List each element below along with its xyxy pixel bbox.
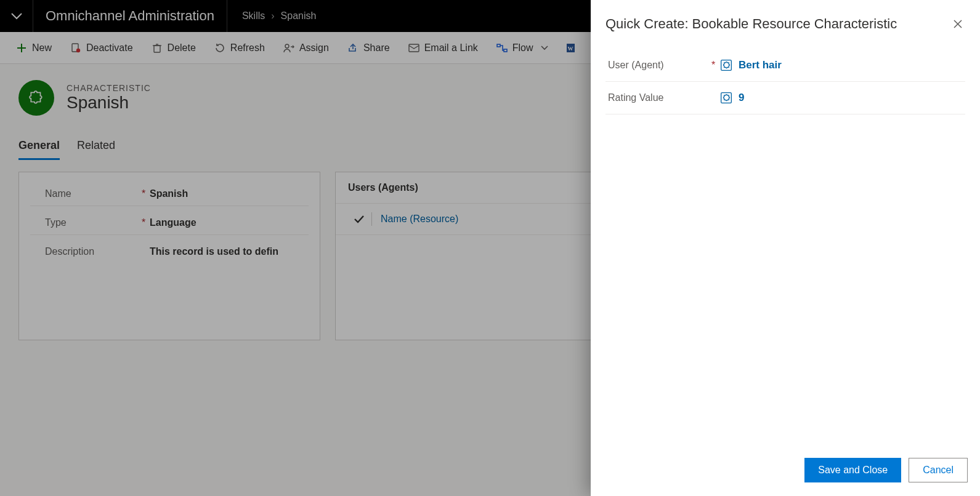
- user-agent-label: User (Agent): [608, 60, 707, 71]
- quick-create-title: Quick Create: Bookable Resource Characte…: [605, 16, 950, 32]
- close-icon: [953, 19, 963, 29]
- cancel-button[interactable]: Cancel: [909, 458, 968, 482]
- puzzle-icon: [720, 59, 732, 71]
- user-agent-lookup[interactable]: Bert hair: [720, 59, 782, 71]
- rating-value-value: 9: [739, 92, 744, 104]
- rating-value-label: Rating Value: [608, 92, 707, 103]
- save-and-close-button[interactable]: Save and Close: [804, 458, 901, 482]
- quick-create-panel: Quick Create: Bookable Resource Characte…: [591, 0, 980, 496]
- quick-create-footer: Save and Close Cancel: [591, 450, 980, 496]
- user-agent-value: Bert hair: [739, 59, 782, 71]
- puzzle-icon: [720, 92, 732, 104]
- required-indicator: *: [707, 60, 720, 71]
- close-button[interactable]: [950, 17, 965, 31]
- rating-value-lookup[interactable]: 9: [720, 92, 744, 104]
